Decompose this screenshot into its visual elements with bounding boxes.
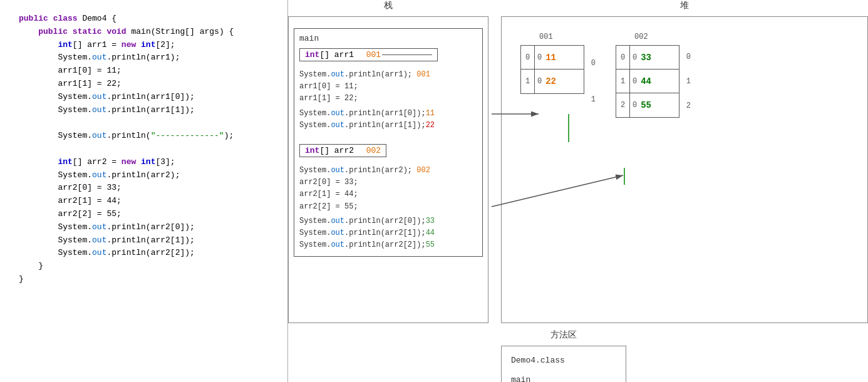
heap-cell: 2 0 55: [616, 93, 679, 117]
main-frame: main int[] arr1 001 System.out.println(a…: [294, 28, 483, 257]
code-line: System.out.println(arr1);: [19, 51, 275, 65]
method-title: 方法区: [501, 329, 626, 341]
code-line: }: [19, 260, 275, 273]
heap-cell-value: 33: [637, 53, 651, 63]
code-line: }: [19, 273, 275, 286]
heap-array-001-cells: 0 0 11 1 0 22: [520, 45, 584, 94]
code-line: arr1[1] = 22;: [19, 78, 275, 91]
code-line: [19, 143, 275, 156]
heap-section: 堆 001 0 0 11: [501, 0, 868, 323]
code-line: public class Demo4 {: [19, 13, 275, 26]
heap-cell: 0 0 33: [616, 46, 679, 70]
code-line: public static void main(String[] args) {: [19, 26, 275, 39]
code-line: System.out.println(arr2[2]);: [19, 247, 275, 260]
heap-array-002-cells: 0 0 33 1 0 44: [616, 45, 679, 118]
code-line: System.out.println(arr1[1]);: [19, 104, 275, 117]
code-line: arr2[1] = 44;: [19, 195, 275, 208]
code-line: System.out.println(arr2[1]);: [19, 234, 275, 247]
code-line: [19, 116, 275, 130]
heap-array-001-id: 001: [539, 33, 553, 41]
heap-title: 堆: [501, 0, 868, 11]
code-line: System.out.println("-------------");: [19, 130, 275, 143]
code-line: System.out.println(arr2);: [19, 169, 275, 182]
heap-box: 001 0 0 11 1 0 2: [501, 16, 868, 323]
heap-inner: 001 0 0 11 1 0 2: [508, 23, 861, 118]
method-content: Demo4.class main: [508, 353, 619, 382]
method-section: 方法区 Demo4.class main: [501, 329, 626, 382]
code-line: int[] arr2 = new int[3];: [19, 156, 275, 169]
frame-label: main: [299, 34, 477, 43]
arr2-stack-code: System.out.println(arr2); 002 arr2[0] = …: [299, 165, 477, 251]
arr1-var-box: int[] arr1 001: [299, 48, 438, 61]
code-panel: public class Demo4 { public static void …: [0, 0, 288, 382]
heap-cell-value: 55: [637, 100, 651, 110]
heap-cell: 0 0 11: [521, 46, 584, 70]
heap-cell-value: 11: [542, 53, 556, 63]
code-line: System.out.println(arr2[0]);: [19, 221, 275, 234]
stack-code: System.out.println(arr1); 001 arr1[0] = …: [299, 69, 477, 132]
stack-section: 栈 main int[] arr1 001 System.out.println…: [288, 0, 488, 323]
heap-cell-value: 22: [542, 76, 556, 86]
code-line: arr1[0] = 11;: [19, 65, 275, 78]
heap-array-001: 001 0 0 11 1 0 2: [520, 45, 584, 118]
stack-title: 栈: [288, 0, 488, 11]
heap-cell: 1 0 22: [521, 70, 584, 93]
stack-box: main int[] arr1 001 System.out.println(a…: [288, 16, 488, 323]
code-line: System.out.println(arr1[0]);: [19, 91, 275, 104]
code-line: arr2[0] = 33;: [19, 182, 275, 195]
bottom-area: 方法区 Demo4.class main: [288, 329, 868, 382]
diagrams-panel: 栈 main int[] arr1 001 System.out.println…: [288, 0, 868, 382]
code-line: arr2[2] = 55;: [19, 208, 275, 221]
heap-cell: 1 0 44: [616, 70, 679, 93]
heap-array-002: 002 0 0 33 1 0 4: [616, 45, 679, 118]
method-box: Demo4.class main: [501, 346, 626, 382]
heap-cell-value: 44: [637, 76, 651, 86]
arr2-var-box: int[] arr2 002: [299, 144, 386, 157]
code-line: int[] arr1 = new int[2];: [19, 39, 275, 52]
top-area: 栈 main int[] arr1 001 System.out.println…: [288, 0, 868, 323]
heap-array-002-id: 002: [634, 33, 648, 41]
